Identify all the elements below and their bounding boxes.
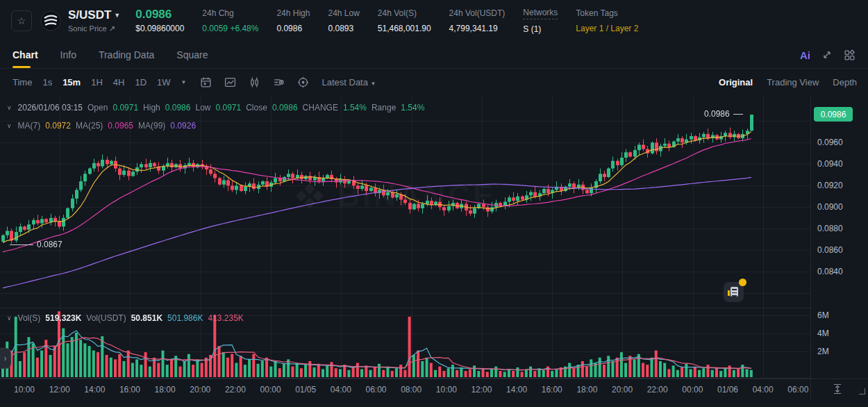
bar-range: 1.54% — [401, 103, 424, 113]
ohlc-legend: ∨ 2026/01/06 03:15 Open0.0971 High0.0986… — [7, 103, 424, 113]
trading-app: ☆ S/USDT▼ Sonic Price ↗ 0.0986 $0.098600… — [0, 0, 868, 407]
time-tick: 18:00 — [576, 385, 597, 394]
time-tick: 18:00 — [155, 385, 176, 394]
price-tick: 0.0920 — [817, 181, 843, 190]
pair-header: ☆ S/USDT▼ Sonic Price ↗ 0.0986 $0.098600… — [0, 0, 868, 42]
time-tick: 00:00 — [682, 385, 703, 394]
time-tick: 16:00 — [542, 385, 562, 394]
stat-24h-chg: 24h Chg 0.0059 +6.48% — [202, 8, 258, 33]
price-axis[interactable]: 0.0986 0.09600.09400.09200.09000.08800.0… — [810, 96, 868, 399]
notification-dot — [739, 279, 746, 286]
collapse-ohlc-icon[interactable]: ∨ — [7, 104, 12, 111]
time-tick: 01/06 — [717, 385, 738, 394]
tf-1s[interactable]: 1s — [42, 77, 52, 88]
price-tick: 0.0840 — [817, 267, 843, 276]
sonic-price-link[interactable]: Sonic Price ↗ — [68, 24, 120, 33]
stat-24h-low: 24h Low 0.0893 — [328, 8, 359, 33]
vol-ma5-value: 501.986K — [167, 313, 203, 323]
stat-24h-vol-base: 24h Vol(S) 51,468,001.90 — [378, 8, 431, 33]
price-tick: 0.0960 — [817, 138, 843, 147]
time-tick: 22:00 — [225, 385, 246, 394]
chevron-down-icon: ▼ — [371, 81, 376, 87]
chart-toolbar: Time 1s 15m 1H 4H 1D 1W ▼ Latest Data ▼ … — [0, 69, 868, 96]
collapse-ma-icon[interactable]: ∨ — [7, 122, 12, 129]
tab-chart[interactable]: Chart — [12, 42, 38, 68]
ma7-value: 0.0972 — [45, 121, 71, 131]
vol-ma10-value: 413.235K — [208, 313, 243, 323]
main-tabbar: Chart Info Trading Data Square Ai — [0, 42, 868, 69]
time-tick: 16:00 — [119, 385, 140, 394]
vol-usdt-value: 50.851K — [131, 313, 162, 323]
price-tick: 0.0940 — [817, 159, 843, 169]
candlestick-icon[interactable] — [249, 76, 260, 88]
tf-time[interactable]: Time — [12, 77, 32, 88]
bar-low: 0.0971 — [215, 103, 241, 113]
chart-mode-original[interactable]: Original — [719, 77, 753, 88]
ma-legend: ∨ MA(7)0.0972 MA(25)0.0965 MA(99)0.0926 — [7, 121, 196, 131]
latest-data-dropdown[interactable]: Latest Data ▼ — [322, 77, 376, 88]
tab-trading-data[interactable]: Trading Data — [99, 42, 154, 68]
timeframe-dropdown-icon[interactable]: ▼ — [181, 79, 187, 85]
last-price-badge: 0.0986 — [814, 107, 853, 122]
line-chart-icon[interactable] — [224, 76, 236, 88]
tf-1d[interactable]: 1D — [135, 77, 147, 88]
ai-assistant-button[interactable]: Ai — [800, 49, 810, 61]
stat-networks[interactable]: Networks S (1) — [523, 8, 558, 35]
chart-mode-tradingview[interactable]: Trading View — [767, 77, 819, 88]
favorite-button[interactable]: ☆ — [11, 10, 32, 31]
price-tick: 0.0880 — [817, 224, 843, 233]
tab-info[interactable]: Info — [60, 42, 76, 68]
calendar-icon[interactable] — [200, 76, 212, 88]
chart-canvas[interactable] — [0, 96, 810, 379]
time-tick: 14:00 — [506, 385, 527, 394]
time-axis[interactable]: 10:0012:0014:0016:0018:0020:0022:0000:00… — [0, 379, 868, 399]
star-icon: ☆ — [17, 15, 26, 26]
chart-mode-depth[interactable]: Depth — [833, 77, 857, 88]
time-tick: 20:00 — [612, 385, 633, 394]
time-tick: 10:00 — [436, 385, 457, 394]
tf-15m[interactable]: 15m — [62, 77, 81, 88]
time-tick: 04:00 — [753, 385, 774, 394]
stat-24h-high: 24h High 0.0986 — [276, 8, 310, 33]
usd-price: $0.09860000 — [135, 24, 184, 34]
time-tick: 06:00 — [787, 385, 808, 394]
time-tick: 10:00 — [14, 385, 35, 394]
pair-name: S/USDT — [68, 8, 111, 22]
ma25-value: 0.0965 — [108, 121, 133, 131]
time-tick: 12:00 — [49, 385, 70, 394]
sonic-logo-icon — [40, 10, 61, 31]
time-tick: 08:00 — [401, 385, 422, 394]
stat-token-tags: Token Tags Layer 1 / Layer 2 — [576, 8, 638, 33]
collapse-volume-icon[interactable]: ∨ — [7, 315, 12, 322]
tf-4h[interactable]: 4H — [113, 77, 125, 88]
volume-tick: 4M — [817, 329, 829, 338]
pair-selector[interactable]: S/USDT▼ Sonic Price ↗ — [68, 9, 120, 33]
layout-grid-icon[interactable] — [844, 49, 856, 61]
time-tick: 06:00 — [365, 385, 386, 394]
fullscreen-icon[interactable] — [821, 49, 833, 60]
pane-expand-handle[interactable]: › — [0, 348, 11, 369]
bar-open: 0.0971 — [112, 103, 138, 113]
chevron-down-icon: ▼ — [114, 12, 120, 19]
external-link-icon: ↗ — [109, 24, 115, 33]
tf-1w[interactable]: 1W — [157, 77, 171, 88]
time-tick: 01/05 — [295, 385, 316, 394]
vol-s-value: 519.323K — [45, 313, 81, 323]
last-price: 0.0986 — [135, 8, 184, 22]
time-tick: 12:00 — [471, 385, 492, 394]
bar-high: 0.0986 — [165, 103, 191, 113]
tab-square[interactable]: Square — [176, 42, 208, 68]
volume-tick: 6M — [817, 310, 829, 320]
bar-close: 0.0986 — [272, 103, 298, 113]
token-tags-link[interactable]: Layer 1 / Layer 2 — [576, 24, 638, 33]
price-tick: 0.0860 — [817, 245, 843, 255]
last-candle-price-label: 0.0986 — [704, 109, 743, 119]
news-marker-icon[interactable] — [724, 282, 744, 302]
chart-settings-icon[interactable] — [297, 76, 309, 88]
time-tick: 20:00 — [190, 385, 210, 394]
indicator-settings-icon[interactable] — [273, 76, 285, 88]
volume-legend: ∨ Vol(S)519.323K Vol(USDT)50.851K 501.98… — [7, 313, 244, 323]
tf-1h[interactable]: 1H — [91, 77, 103, 88]
price-tick: 0.0900 — [817, 202, 843, 212]
time-tick: 04:00 — [331, 385, 351, 394]
